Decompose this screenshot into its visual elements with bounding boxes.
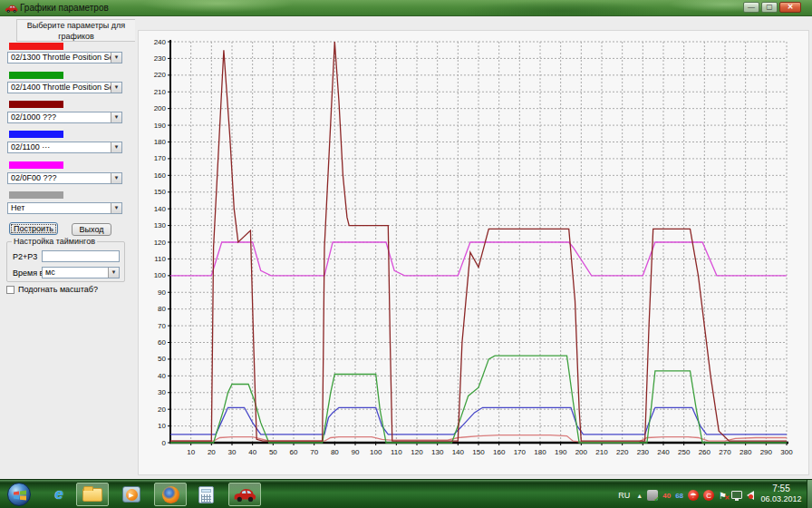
temp-red-badge[interactable]: 40 <box>662 492 671 500</box>
network-icon[interactable] <box>731 491 742 499</box>
param-select-value-1: 02/1400 Throttle Position Sensor <box>11 83 111 93</box>
chevron-down-icon: ▼ <box>111 203 121 213</box>
folder-icon <box>82 488 102 502</box>
param-select-4[interactable]: 02/0F00 ???▼ <box>7 172 122 184</box>
temp-blue-badge[interactable]: 68 <box>675 492 683 500</box>
axis-tick-label: 40 <box>158 372 166 380</box>
show-desktop-button[interactable] <box>807 480 812 508</box>
axis-tick-label: 150 <box>154 188 167 196</box>
minimize-button[interactable]: — <box>743 2 759 13</box>
axis-tick-label: 50 <box>158 355 166 363</box>
axis-tick-label: 170 <box>154 154 167 162</box>
media-player-taskbar-button[interactable]: ▶ <box>120 485 143 503</box>
param-color-bar-2 <box>9 101 63 108</box>
play-icon: ▶ <box>122 486 140 503</box>
axis-tick-label: 30 <box>228 448 237 456</box>
axis-tick-label: 110 <box>154 255 166 263</box>
time-unit-value: мс <box>45 268 108 278</box>
action-center-flag-icon[interactable]: ⚑ <box>719 491 727 501</box>
build-button[interactable]: Построить <box>9 222 58 235</box>
axis-tick-label: 160 <box>154 171 167 180</box>
param-select-3[interactable]: 02/1100 ···▼ <box>7 142 122 153</box>
app-car-icon <box>5 4 18 14</box>
axis-tick-label: 90 <box>352 448 360 456</box>
axis-tick-label: 200 <box>575 448 588 456</box>
axis-tick-label: 110 <box>391 448 402 456</box>
axis-tick-label: 180 <box>154 138 167 146</box>
param-select-value-4: 02/0F00 ??? <box>11 173 111 183</box>
sidebar-header-label: Выберите параметры для графиков <box>16 19 135 42</box>
param-select-value-5: Нет <box>11 203 111 213</box>
chevron-down-icon: ▼ <box>108 268 119 278</box>
maximize-button[interactable]: ▢ <box>761 2 778 13</box>
time-unit-select[interactable]: мс ▼ <box>42 267 120 278</box>
axis-tick-label: 140 <box>154 205 167 213</box>
sidebar-header-line2: графиков <box>58 32 94 41</box>
diagnostics-app-taskbar-button[interactable] <box>228 483 261 506</box>
axis-tick-label: 240 <box>154 38 167 46</box>
axis-tick-label: 300 <box>780 448 793 456</box>
param-select-0[interactable]: 02/1300 Throttle Position Sensor▼ <box>7 52 122 64</box>
sidebar-header-line1: Выберите параметры для <box>27 21 125 30</box>
axis-tick-label: 20 <box>158 405 166 414</box>
volume-icon[interactable] <box>747 491 754 500</box>
axis-tick-label: 240 <box>657 448 670 456</box>
axis-tick-label: 130 <box>154 221 167 230</box>
chevron-down-icon: ▼ <box>111 173 121 183</box>
calculator-taskbar-button[interactable] <box>194 485 218 503</box>
axis-tick-label: 120 <box>411 448 423 456</box>
axis-tick-label: 210 <box>154 88 167 96</box>
axis-tick-label: 230 <box>154 54 167 63</box>
timings-group-title: Настройка таймингов <box>12 237 97 246</box>
start-button[interactable] <box>7 483 31 506</box>
axis-tick-label: 250 <box>678 448 691 456</box>
axis-tick-label: 200 <box>154 104 167 112</box>
axis-tick-label: 10 <box>158 422 166 430</box>
internet-explorer-icon[interactable]: e <box>47 485 71 503</box>
fit-scale-checkbox[interactable] <box>6 286 14 294</box>
chevron-down-icon: ▼ <box>111 53 121 63</box>
axis-tick-label: 210 <box>595 448 608 456</box>
usb-device-icon[interactable] <box>647 490 658 501</box>
timings-groupbox: Настройка таймингов P2+P3 Время в мс ▼ <box>6 241 125 282</box>
param-color-bar-1 <box>9 72 63 79</box>
axis-tick-label: 90 <box>158 288 166 297</box>
axis-tick-label: 190 <box>555 448 567 456</box>
exit-button[interactable]: Выход <box>72 223 111 236</box>
close-button[interactable]: ✕ <box>779 2 801 13</box>
language-indicator[interactable]: RU <box>618 491 632 500</box>
param-select-5[interactable]: Нет▼ <box>7 202 122 214</box>
avira-umbrella-icon[interactable]: ☂ <box>688 490 699 501</box>
app-window: Графики параметров — ▢ ✕ Выберите параме… <box>0 0 812 479</box>
param-color-bar-0 <box>9 43 63 50</box>
explorer-taskbar-button[interactable] <box>76 483 109 506</box>
axis-tick-label: 40 <box>248 448 256 456</box>
p2p3-input[interactable] <box>42 250 120 262</box>
comodo-icon[interactable]: C <box>703 490 714 501</box>
axis-tick-label: 140 <box>452 448 465 456</box>
axis-tick-label: 280 <box>740 448 752 456</box>
param-select-value-0: 02/1300 Throttle Position Sensor <box>11 53 111 63</box>
axis-tick-label: 0 <box>162 439 167 447</box>
axis-tick-label: 30 <box>158 388 166 396</box>
car-app-icon <box>233 487 256 503</box>
param-select-2[interactable]: 02/1000 ???▼ <box>7 112 122 123</box>
firefox-icon <box>162 486 179 503</box>
clock-time: 7:55 <box>758 483 805 494</box>
axis-tick-label: 60 <box>158 338 166 347</box>
axis-tick-label: 80 <box>158 305 166 313</box>
hidden-icons-arrow[interactable]: ▲ <box>636 493 643 499</box>
param-select-1[interactable]: 02/1400 Throttle Position Sensor▼ <box>7 82 122 93</box>
axis-tick-label: 220 <box>616 448 629 456</box>
axis-tick-label: 160 <box>493 448 506 456</box>
chevron-down-icon: ▼ <box>111 83 121 93</box>
title-bar: Графики параметров — ▢ ✕ <box>0 0 812 16</box>
firefox-taskbar-button[interactable] <box>154 483 187 506</box>
window-title: Графики параметров <box>20 3 109 13</box>
axis-tick-label: 50 <box>269 448 277 456</box>
axis-tick-label: 270 <box>719 448 731 456</box>
axis-tick-label: 290 <box>760 448 773 456</box>
tray-clock[interactable]: 7:55 06.03.2012 <box>758 483 805 506</box>
param-color-bar-4 <box>9 161 63 169</box>
parameters-line-chart: 0102030405060708090100110120130140150160… <box>139 31 808 474</box>
